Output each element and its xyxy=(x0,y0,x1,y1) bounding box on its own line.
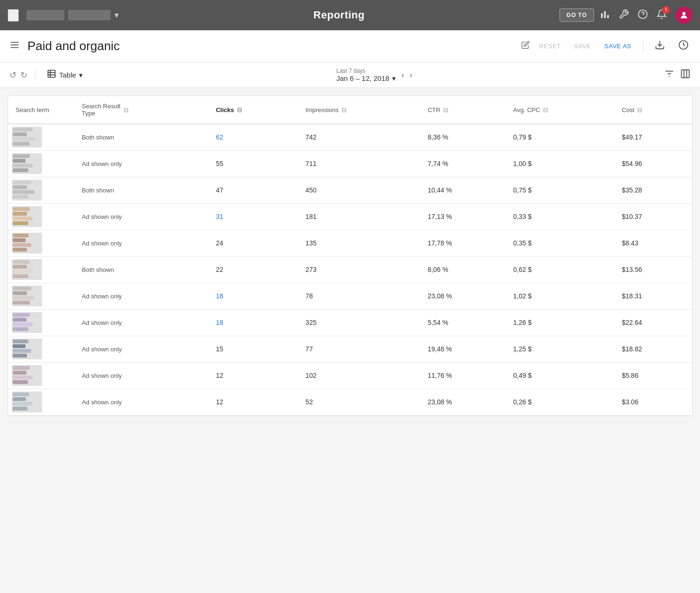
search-term-cell xyxy=(8,150,74,177)
impressions-cell: 52 xyxy=(298,389,420,415)
col-header-cost[interactable]: Cost ⊟ xyxy=(614,96,692,124)
avg-cpc-cell: 0,79 $ xyxy=(506,124,614,150)
impressions-filter-icon[interactable]: ⊟ xyxy=(341,106,347,113)
edit-icon[interactable] xyxy=(521,41,530,52)
clicks-cell: 12 xyxy=(208,389,298,415)
cost-filter-icon[interactable]: ⊟ xyxy=(637,106,642,113)
date-range-selector[interactable]: Last 7 days Jan 6 – 12, 2018 ▾ xyxy=(336,68,396,83)
goto-button[interactable]: GO TO xyxy=(560,9,594,22)
result-type-cell: Ad shown only xyxy=(74,150,208,177)
notification-badge: ! xyxy=(662,6,670,14)
result-type-cell: Ad shown only xyxy=(74,309,208,336)
clicks-cell[interactable]: 18 xyxy=(208,283,298,309)
breadcrumb: ▾ xyxy=(26,10,119,20)
table-row: Ad shown only125223,08 %0,26 $$3.06 xyxy=(8,389,692,415)
svg-rect-1 xyxy=(604,11,606,18)
clicks-cell: 55 xyxy=(208,150,298,177)
col-label-cost: Cost xyxy=(622,106,635,113)
ctr-filter-icon[interactable]: ⊟ xyxy=(443,106,448,113)
ctr-cell: 10,44 % xyxy=(420,177,506,203)
search-term-cell xyxy=(8,124,74,150)
result-type-cell: Ad shown only xyxy=(74,203,208,230)
clicks-cell[interactable]: 18 xyxy=(208,309,298,336)
avg-cpc-cell: 0,33 $ xyxy=(506,203,614,230)
avg-cpc-cell: 0,35 $ xyxy=(506,230,614,256)
col-header-ctr[interactable]: CTR ⊟ xyxy=(420,96,506,124)
bar-chart-icon[interactable] xyxy=(600,9,610,22)
impressions-cell: 102 xyxy=(298,362,420,389)
result-type-cell: Ad shown only xyxy=(74,283,208,309)
bell-icon[interactable]: ! xyxy=(656,9,667,22)
history-button[interactable] xyxy=(676,38,691,54)
redo-button[interactable]: ↻ xyxy=(20,70,27,80)
col-header-impressions[interactable]: Impressions ⊟ xyxy=(298,96,420,124)
table-row: Ad shown only157719,48 %1,25 $$18.82 xyxy=(8,336,692,362)
col-header-avg-cpc[interactable]: Avg. CPC ⊟ xyxy=(506,96,614,124)
impressions-cell: 135 xyxy=(298,230,420,256)
table-type-button[interactable]: Table ▾ xyxy=(43,67,87,83)
svg-point-5 xyxy=(682,12,686,15)
result-type-filter-icon[interactable]: ⊟ xyxy=(123,106,129,113)
help-icon[interactable] xyxy=(638,9,648,22)
col-label-search-term: Search term xyxy=(16,106,49,113)
table-row: Ad shown only1210211,76 %0,49 $$5.86 xyxy=(8,362,692,389)
cost-cell: $18.82 xyxy=(614,336,692,362)
wrench-icon[interactable] xyxy=(619,9,629,22)
filter-button[interactable] xyxy=(664,69,674,81)
table-icon xyxy=(47,69,56,81)
avg-cpc-cell: 1,25 $ xyxy=(506,336,614,362)
ctr-cell: 7,74 % xyxy=(420,150,506,177)
table-row: Ad shown only183255,54 %1,26 $$22.64 xyxy=(8,309,692,336)
ctr-cell: 23,08 % xyxy=(420,283,506,309)
search-term-cell xyxy=(8,362,74,389)
avatar[interactable] xyxy=(675,7,692,24)
cost-cell: $54.96 xyxy=(614,150,692,177)
col-header-result-type[interactable]: Search ResultType ⊟ xyxy=(74,96,208,124)
save-button[interactable]: SAVE xyxy=(572,41,593,52)
impressions-cell: 325 xyxy=(298,309,420,336)
undo-button[interactable]: ↺ xyxy=(9,70,17,80)
ctr-cell: 17,13 % xyxy=(420,203,506,230)
cost-cell: $3.06 xyxy=(614,389,692,415)
save-as-button[interactable]: SAVE AS xyxy=(603,41,633,52)
next-date-button[interactable]: › xyxy=(408,69,414,81)
columns-button[interactable] xyxy=(680,69,691,81)
clicks-cell[interactable]: 62 xyxy=(208,124,298,150)
ctr-cell: 11,76 % xyxy=(420,362,506,389)
download-button[interactable] xyxy=(653,38,667,54)
result-type-cell: Ad shown only xyxy=(74,336,208,362)
nav-icons: ! xyxy=(600,7,692,24)
result-type-cell: Both shown xyxy=(74,256,208,283)
ctr-cell: 8,06 % xyxy=(420,256,506,283)
prev-date-button[interactable]: ‹ xyxy=(400,69,406,81)
breadcrumb-item-1[interactable] xyxy=(26,10,64,20)
ctr-cell: 8,36 % xyxy=(420,124,506,150)
cost-cell: $22.64 xyxy=(614,309,692,336)
subheader-actions: RESET SAVE SAVE AS xyxy=(537,38,691,54)
breadcrumb-item-2[interactable] xyxy=(68,10,111,20)
col-label-avg-cpc: Avg. CPC xyxy=(513,106,540,113)
table-header-row: Search term Search ResultType ⊟ Clicks ⊟ xyxy=(8,96,692,124)
subheader: Paid and organic RESET SAVE SAVE AS xyxy=(0,30,700,62)
table-row: Ad shown only3118117,13 %0,33 $$10.37 xyxy=(8,203,692,230)
ctr-cell: 23,08 % xyxy=(420,389,506,415)
table-row: Ad shown only2413517,78 %0,35 $$8.43 xyxy=(8,230,692,256)
clicks-cell[interactable]: 31 xyxy=(208,203,298,230)
date-range-label: Last 7 days xyxy=(336,68,396,74)
avg-cpc-filter-icon[interactable]: ⊟ xyxy=(543,106,548,113)
table-row: Both shown222738,06 %0,62 $$13.56 xyxy=(8,256,692,283)
menu-icon[interactable] xyxy=(9,40,20,52)
impressions-cell: 450 xyxy=(298,177,420,203)
cost-cell: $8.43 xyxy=(614,230,692,256)
table-row: Both shown4745010,44 %0,75 $$35.28 xyxy=(8,177,692,203)
svg-rect-0 xyxy=(601,13,603,18)
back-button[interactable]: ← xyxy=(8,9,19,22)
search-term-cell xyxy=(8,283,74,309)
clicks-filter-icon[interactable]: ⊟ xyxy=(237,106,242,113)
cost-cell: $10.37 xyxy=(614,203,692,230)
reset-button[interactable]: RESET xyxy=(537,41,563,52)
result-type-cell: Ad shown only xyxy=(74,389,208,415)
col-header-search-term: Search term xyxy=(8,96,74,124)
col-header-clicks[interactable]: Clicks ⊟ xyxy=(208,96,298,124)
clicks-cell: 24 xyxy=(208,230,298,256)
